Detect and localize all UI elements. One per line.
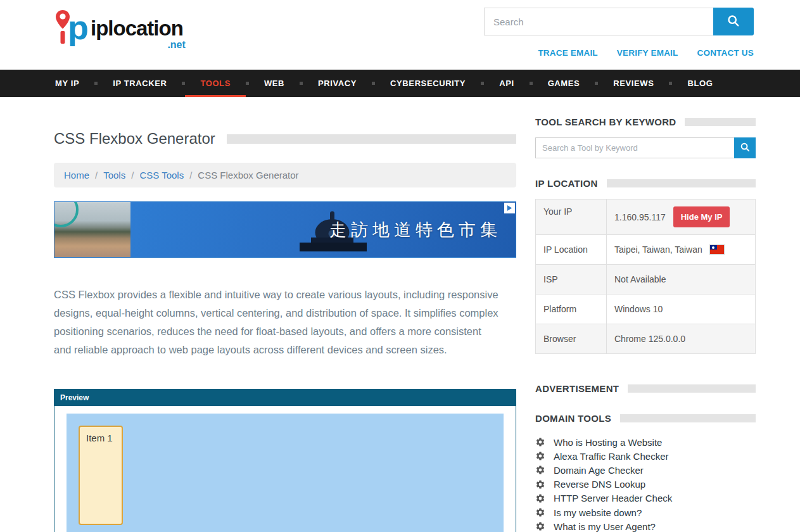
heading-bar xyxy=(620,414,756,422)
table-row-your-ip: Your IP 1.160.95.117 Hide My IP xyxy=(536,200,755,235)
domain-tool-link-user-agent[interactable]: What is my User Agent? xyxy=(554,521,656,532)
gear-icon xyxy=(535,521,545,531)
domain-tools-heading: DOMAIN TOOLS xyxy=(535,413,756,424)
header-search-input[interactable] xyxy=(484,8,713,35)
breadcrumb-current: CSS Flexbox Generator xyxy=(198,170,298,180)
gear-icon xyxy=(535,493,545,504)
ip-location-heading-label: IP LOCATION xyxy=(535,178,598,189)
list-item: Who is Hosting a Website xyxy=(535,435,756,449)
tool-search-heading-label: TOOL SEARCH BY KEYWORD xyxy=(535,117,676,127)
domain-tool-link-domain-age[interactable]: Domain Age Checker xyxy=(554,465,644,476)
row-label: Your IP xyxy=(536,200,607,234)
preview-panel: Preview Item 1 xyxy=(54,389,516,532)
header-search xyxy=(481,8,754,35)
domain-tools-list: Who is Hosting a Website Alexa Traffic R… xyxy=(535,435,756,532)
nav-item-tools[interactable]: TOOLS xyxy=(199,70,232,97)
flex-container-preview: Item 1 xyxy=(67,414,504,532)
domain-tool-link-website-down[interactable]: Is my website down? xyxy=(554,507,642,518)
nav-separator xyxy=(530,82,533,85)
nav-item-games[interactable]: GAMES xyxy=(547,70,581,97)
header-search-button[interactable] xyxy=(713,8,754,35)
breadcrumb: Home / Tools / CSS Tools / CSS Flexbox G… xyxy=(54,163,516,187)
breadcrumb-link-tools[interactable]: Tools xyxy=(103,170,125,180)
heading-bar xyxy=(607,179,756,187)
row-label: Browser xyxy=(536,324,607,353)
hide-my-ip-button[interactable]: Hide My IP xyxy=(673,206,730,227)
nav-separator xyxy=(246,82,249,85)
nav-separator xyxy=(300,82,303,85)
ad-decoration-ring xyxy=(54,202,79,227)
list-item: Is my website down? xyxy=(535,505,756,519)
list-item: Reverse DNS Lookup xyxy=(535,478,756,491)
heading-bar xyxy=(685,118,756,126)
breadcrumb-separator: / xyxy=(131,170,134,180)
contact-us-link[interactable]: CONTACT US xyxy=(697,48,754,58)
advertisement-heading: ADVERTISEMENT xyxy=(535,383,756,394)
nav-item-api[interactable]: API xyxy=(498,70,515,97)
site-logo[interactable]: p iplocation.net xyxy=(54,8,244,52)
nav-separator xyxy=(481,82,484,85)
preview-title: Preview xyxy=(60,393,89,402)
isp-value: Not Available xyxy=(614,274,666,284)
trace-email-link[interactable]: TRACE EMAIL xyxy=(538,48,597,58)
nav-separator xyxy=(94,82,98,85)
breadcrumb-link-home[interactable]: Home xyxy=(64,170,89,180)
domain-tools-heading-label: DOMAIN TOOLS xyxy=(535,413,611,424)
svg-text:p: p xyxy=(68,8,89,46)
domain-tool-link-hosting[interactable]: Who is Hosting a Website xyxy=(554,437,662,448)
page-title: CSS Flexbox Generator xyxy=(54,130,215,148)
nav-item-reviews[interactable]: REVIEWS xyxy=(612,70,655,97)
list-item: HTTP Server Header Check xyxy=(535,491,756,505)
list-item: Alexa Traffic Rank Checker xyxy=(535,449,756,463)
nav-item-my-ip[interactable]: MY IP xyxy=(54,70,80,97)
intro-paragraph: CSS Flexbox provides a flexible and intu… xyxy=(54,286,501,359)
your-ip-value: 1.160.95.117 xyxy=(614,212,666,222)
ad-image-left xyxy=(54,202,130,257)
main-content: CSS Flexbox Generator Home / Tools / CSS… xyxy=(54,117,516,532)
site-header: p iplocation.net TRACE EMAIL VERIFY xyxy=(0,0,800,70)
nav-separator xyxy=(372,82,375,85)
table-row-browser: Browser Chrome 125.0.0.0 xyxy=(536,324,755,353)
domain-tool-link-reverse-dns[interactable]: Reverse DNS Lookup xyxy=(554,479,645,490)
gear-icon xyxy=(535,465,545,475)
ip-location-heading: IP LOCATION xyxy=(535,178,756,189)
logo-pin-icon: p xyxy=(54,8,89,52)
verify-email-link[interactable]: VERIFY EMAIL xyxy=(617,48,678,58)
search-icon xyxy=(727,14,740,30)
tool-search-heading: TOOL SEARCH BY KEYWORD xyxy=(535,117,756,127)
ad-banner[interactable]: 走訪地道特色市集 xyxy=(54,201,516,258)
ip-location-value: Taipei, Taiwan, Taiwan xyxy=(614,244,702,255)
nav-separator xyxy=(595,82,598,85)
nav-item-cybersecurity[interactable]: CYBERSECURITY xyxy=(389,70,467,97)
flex-item[interactable]: Item 1 xyxy=(79,426,123,525)
nav-item-web[interactable]: WEB xyxy=(263,70,286,97)
tool-search-input[interactable] xyxy=(535,137,734,158)
main-navigation: MY IP IP TRACKER TOOLS WEB PRIVACY CYBER… xyxy=(0,70,800,97)
gear-icon xyxy=(535,479,545,490)
breadcrumb-separator: / xyxy=(189,170,192,180)
ad-choices-icon[interactable] xyxy=(504,203,515,213)
table-row-platform: Platform Windows 10 xyxy=(536,294,755,324)
taiwan-flag-icon xyxy=(710,245,724,254)
gear-icon xyxy=(535,451,545,461)
browser-value: Chrome 125.0.0.0 xyxy=(614,334,685,344)
domain-tool-link-alexa-rank[interactable]: Alexa Traffic Rank Checker xyxy=(554,451,668,462)
domain-tool-link-http-header[interactable]: HTTP Server Header Check xyxy=(554,493,672,504)
preview-body: Item 1 xyxy=(54,406,516,532)
row-label: ISP xyxy=(536,265,607,294)
gear-icon xyxy=(535,507,545,517)
tool-search-button[interactable] xyxy=(734,137,756,158)
nav-separator xyxy=(669,82,672,85)
nav-item-blog[interactable]: BLOG xyxy=(686,70,714,97)
list-item: Domain Age Checker xyxy=(535,463,756,477)
nav-separator xyxy=(182,82,185,85)
nav-item-ip-tracker[interactable]: IP TRACKER xyxy=(111,70,168,97)
platform-value: Windows 10 xyxy=(614,304,663,314)
nav-item-privacy[interactable]: PRIVACY xyxy=(317,70,358,97)
heading-bar xyxy=(628,384,756,393)
ad-caption: 走訪地道特色市集 xyxy=(329,218,516,241)
list-item: What is my User Agent? xyxy=(535,519,756,532)
breadcrumb-link-css-tools[interactable]: CSS Tools xyxy=(139,170,184,180)
search-icon xyxy=(740,142,751,155)
table-row-isp: ISP Not Available xyxy=(536,265,755,294)
